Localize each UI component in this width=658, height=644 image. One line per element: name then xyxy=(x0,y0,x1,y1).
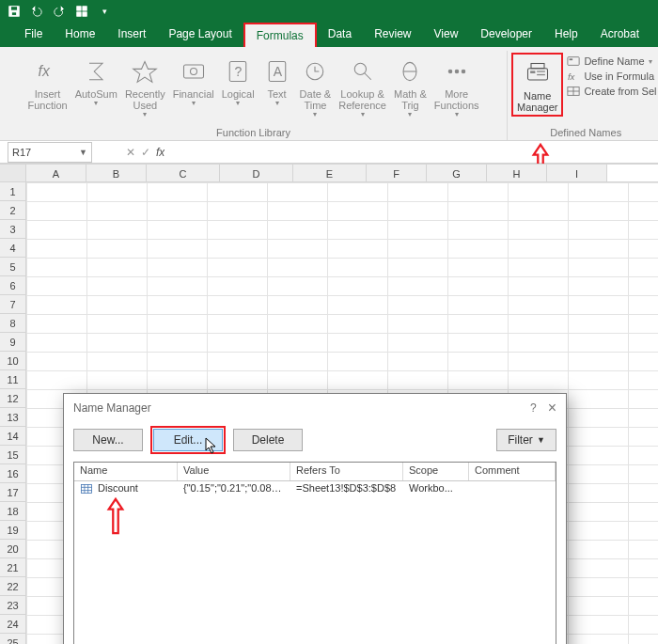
row-header[interactable]: 16 xyxy=(0,464,26,483)
text-button[interactable]: A Text▾ xyxy=(258,53,296,110)
row-header[interactable]: 18 xyxy=(0,502,26,521)
touch-mode-icon[interactable] xyxy=(73,3,90,20)
name-manager-button[interactable]: Name Manager xyxy=(511,53,563,117)
row-name: Discount xyxy=(98,482,138,494)
col-scope[interactable]: Scope xyxy=(403,463,469,480)
create-from-selection-button[interactable]: Create from Sel xyxy=(567,85,656,98)
row-header[interactable]: 5 xyxy=(0,258,26,276)
more-icon xyxy=(442,55,472,88)
row-header[interactable]: 25 xyxy=(0,634,26,644)
help-icon[interactable]: ? xyxy=(530,401,537,415)
logical-button[interactable]: ? Logical▾ xyxy=(218,53,258,110)
tab-page-layout[interactable]: Page Layout xyxy=(157,23,243,47)
tab-insert[interactable]: Insert xyxy=(106,23,157,47)
lookup-reference-button[interactable]: Lookup & Reference▾ xyxy=(335,53,390,121)
math-trig-button[interactable]: Math & Trig▾ xyxy=(390,53,431,121)
svg-rect-1 xyxy=(11,7,18,10)
row-header[interactable]: 9 xyxy=(0,333,26,352)
col-name[interactable]: Name xyxy=(74,463,178,480)
row-header[interactable]: 22 xyxy=(0,577,26,596)
row-header[interactable]: 6 xyxy=(0,276,26,295)
tab-view[interactable]: View xyxy=(423,23,470,47)
row-header[interactable]: 15 xyxy=(0,446,26,464)
list-item[interactable]: Discount {"0.15";"0.21";"0.08";... =Shee… xyxy=(74,481,556,498)
ribbon-formulas: fx Insert Function AutoSum▾ Recently Use… xyxy=(0,47,658,141)
tab-developer[interactable]: Developer xyxy=(469,23,543,47)
tab-file[interactable]: File xyxy=(13,23,54,47)
column-header[interactable]: B xyxy=(86,165,147,181)
row-header[interactable]: 20 xyxy=(0,540,26,558)
row-header[interactable]: 3 xyxy=(0,220,26,239)
listview-header[interactable]: Name Value Refers To Scope Comment xyxy=(74,463,556,481)
theta-icon xyxy=(395,55,425,88)
row-header[interactable]: 11 xyxy=(0,370,26,389)
row-header[interactable]: 7 xyxy=(0,295,26,314)
row-header[interactable]: 19 xyxy=(0,521,26,540)
svg-text:A: A xyxy=(273,64,282,79)
row-comment xyxy=(469,481,556,498)
more-functions-label: More Functions xyxy=(434,88,479,111)
define-name-button[interactable]: Define Name ▾ xyxy=(567,55,656,68)
tab-formulas[interactable]: Formulas xyxy=(243,23,317,47)
close-icon[interactable]: × xyxy=(548,400,556,416)
new-button[interactable]: New... xyxy=(73,429,143,451)
row-header[interactable]: 12 xyxy=(0,389,26,408)
group-defined-names: Name Manager Define Name ▾ fx Use in For… xyxy=(508,51,658,140)
column-header[interactable]: C xyxy=(147,165,220,181)
worksheet-grid[interactable]: ABCDEFGHI 123456789101112131415161718192… xyxy=(0,164,658,644)
select-all-corner[interactable] xyxy=(0,165,26,181)
filter-button[interactable]: Filter▼ xyxy=(496,429,556,451)
name-box[interactable]: R17 ▼ xyxy=(8,142,92,163)
row-header[interactable]: 23 xyxy=(0,596,26,615)
row-header[interactable]: 1 xyxy=(0,182,26,201)
row-header[interactable]: 17 xyxy=(0,483,26,502)
undo-icon[interactable] xyxy=(28,3,45,20)
row-header[interactable]: 8 xyxy=(0,314,26,333)
qat-customize-icon[interactable]: ▾ xyxy=(96,3,113,20)
row-header[interactable]: 4 xyxy=(0,239,26,258)
date-time-button[interactable]: Date & Time▾ xyxy=(296,53,336,121)
row-header[interactable]: 21 xyxy=(0,558,26,577)
column-header[interactable]: I xyxy=(547,165,607,181)
tab-help[interactable]: Help xyxy=(543,23,589,47)
fx-icon-label[interactable]: fx xyxy=(156,146,164,159)
autosum-button[interactable]: AutoSum▾ xyxy=(71,53,121,110)
insert-function-button[interactable]: fx Insert Function xyxy=(24,53,70,113)
financial-button[interactable]: Financial▾ xyxy=(169,53,218,110)
delete-button-label: Delete xyxy=(252,433,285,447)
dialog-titlebar[interactable]: Name Manager ? × xyxy=(64,394,566,422)
column-header[interactable]: D xyxy=(220,165,293,181)
column-header[interactable]: G xyxy=(427,165,487,181)
names-listview[interactable]: Name Value Refers To Scope Comment Disco… xyxy=(73,462,556,644)
row-header[interactable]: 2 xyxy=(0,201,26,220)
row-header[interactable]: 24 xyxy=(0,615,26,634)
svg-rect-5 xyxy=(77,12,81,16)
col-comment[interactable]: Comment xyxy=(469,463,556,480)
edit-button[interactable]: Edit... xyxy=(153,429,223,451)
use-in-formula-button[interactable]: fx Use in Formula xyxy=(567,70,656,83)
svg-point-20 xyxy=(462,70,465,73)
column-header[interactable]: A xyxy=(26,165,86,181)
col-refers-to[interactable]: Refers To xyxy=(290,463,403,480)
tab-acrobat[interactable]: Acrobat xyxy=(589,23,650,47)
enter-check-icon[interactable]: ✓ xyxy=(141,146,150,159)
row-header[interactable]: 13 xyxy=(0,408,26,427)
redo-icon[interactable] xyxy=(51,3,68,20)
delete-button[interactable]: Delete xyxy=(233,429,303,451)
tab-review[interactable]: Review xyxy=(363,23,422,47)
col-value[interactable]: Value xyxy=(178,463,290,480)
column-header[interactable]: E xyxy=(293,165,367,181)
recently-used-button[interactable]: Recently Used▾ xyxy=(121,53,169,121)
column-header[interactable]: H xyxy=(487,165,547,181)
column-header[interactable]: F xyxy=(367,165,427,181)
row-header[interactable]: 14 xyxy=(0,427,26,446)
formula-input[interactable] xyxy=(164,143,658,162)
cancel-x-icon[interactable]: ✕ xyxy=(126,146,135,159)
chevron-down-icon[interactable]: ▼ xyxy=(79,148,87,157)
row-header[interactable]: 10 xyxy=(0,352,26,370)
tab-home[interactable]: Home xyxy=(54,23,106,47)
save-icon[interactable] xyxy=(6,3,23,20)
more-functions-button[interactable]: More Functions▾ xyxy=(431,53,483,121)
create-from-selection-label: Create from Sel xyxy=(584,86,656,97)
tab-data[interactable]: Data xyxy=(317,23,363,47)
